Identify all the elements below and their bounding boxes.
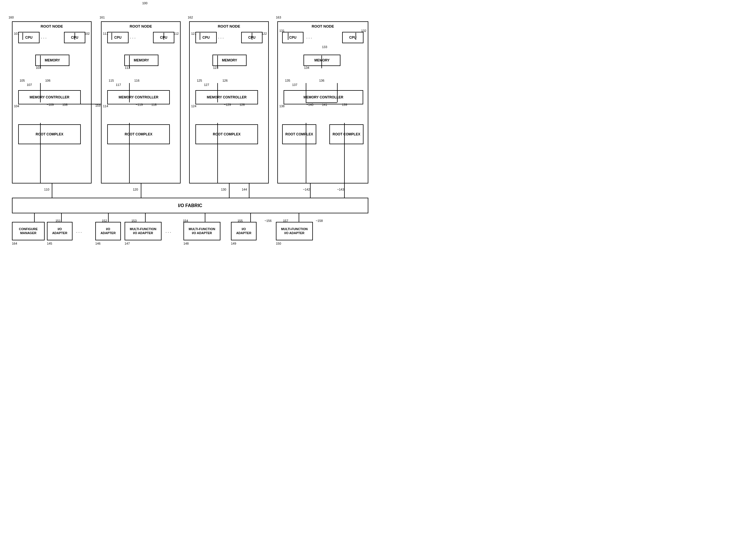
io-adapter-146: I/OADAPTER bbox=[95, 222, 121, 240]
n1-rc-bottom bbox=[40, 123, 41, 183]
mem-ctrl-114: MEMORY CONTROLLER bbox=[107, 90, 170, 104]
ref-101: 101 bbox=[14, 32, 19, 35]
ref-140: ~140 bbox=[306, 103, 313, 106]
mem-ctrl-104: MEMORY CONTROLLER bbox=[18, 90, 81, 104]
ref-137: 137 bbox=[292, 83, 297, 86]
architecture-diagram: 100 160 ROOT NODE CPU 101 · · · CPU 102 … bbox=[0, 0, 378, 275]
cpu-101: CPU bbox=[18, 32, 40, 43]
n4-ctrl-rc-left bbox=[306, 83, 306, 102]
ref-102: 102 bbox=[84, 32, 90, 35]
ref-124: 124 bbox=[191, 104, 196, 108]
root-node-2-title: ROOT NODE bbox=[102, 24, 180, 28]
ref-115: 115 bbox=[109, 79, 114, 82]
ref-104: 104 bbox=[14, 104, 19, 108]
conn-154 bbox=[205, 213, 205, 222]
ref-121: 121 bbox=[191, 32, 196, 35]
dots-adapters2: · · · bbox=[166, 230, 171, 234]
conn-v4a bbox=[310, 183, 311, 198]
mem-ctrl-124: MEMORY CONTROLLER bbox=[195, 90, 258, 104]
ref-122: 122 bbox=[262, 32, 267, 35]
ref-145: 145 bbox=[47, 242, 52, 245]
ref-132: 132 bbox=[361, 29, 366, 32]
n4-ctrl-rc-right bbox=[337, 83, 338, 102]
root-complex-2: ROOT COMPLEX bbox=[107, 124, 170, 144]
ref-106: 106 bbox=[45, 79, 50, 82]
io-adapter-145: I/OADAPTER bbox=[47, 222, 73, 240]
ref-161: 161 bbox=[100, 16, 105, 19]
n2-rc-bottom bbox=[129, 123, 130, 183]
root-node-2: ROOT NODE CPU 111 · · · CPU 112 MEMORY 1… bbox=[101, 21, 181, 183]
cpu-132: CPU bbox=[342, 32, 363, 43]
multi-io-147: MULTI-FUNCTIONI/O ADAPTER bbox=[125, 222, 162, 240]
ref-111: 111 bbox=[103, 32, 108, 35]
ref-125: 125 bbox=[197, 79, 202, 82]
root-complex-3: ROOT COMPLEX bbox=[195, 124, 258, 144]
n1-cpu2-mem bbox=[75, 33, 75, 40]
ref-133: 133 bbox=[322, 45, 327, 49]
conn-v1 bbox=[52, 183, 52, 198]
ref-116: 116 bbox=[134, 79, 139, 82]
conn-152 bbox=[108, 213, 109, 222]
conn-159 bbox=[75, 104, 101, 104]
root-node-3: ROOT NODE CPU 121 · · · CPU 122 MEMORY 1… bbox=[189, 21, 269, 183]
n4-rc-left-bottom bbox=[306, 123, 306, 183]
ref-149: 149 bbox=[231, 242, 236, 245]
root-node-3-title: ROOT NODE bbox=[190, 24, 268, 28]
ref-162: 162 bbox=[188, 16, 193, 19]
io-fabric: I/O FABRIC bbox=[12, 198, 368, 213]
cpu-131: CPU bbox=[282, 32, 303, 43]
conn-v3a bbox=[229, 183, 230, 198]
dots-3: · · · bbox=[218, 36, 224, 40]
n3-ctrl-rc bbox=[217, 83, 218, 102]
ref-138: 138 bbox=[279, 104, 284, 108]
ref-110: 110 bbox=[44, 188, 49, 191]
ref-148: 148 bbox=[183, 242, 189, 245]
n2-mem-ctrl bbox=[129, 55, 130, 68]
n4-cpu2-mem bbox=[356, 33, 356, 40]
configure-manager: CONFIGUREMANAGER bbox=[12, 222, 45, 240]
ref-120: 120 bbox=[133, 188, 138, 191]
cpu-111: CPU bbox=[107, 32, 129, 43]
ref-131: 131 bbox=[279, 29, 284, 32]
root-node-1-title: ROOT NODE bbox=[13, 24, 91, 28]
ref-129: ~129 bbox=[224, 103, 231, 106]
dots-2: · · · bbox=[130, 36, 135, 40]
ref-127: 127 bbox=[204, 83, 209, 86]
n3-rc-bottom bbox=[217, 123, 218, 183]
multi-io-150: MULTI-FUNCTIONI/O ADAPTER bbox=[276, 222, 313, 240]
ref-164: 164 bbox=[12, 242, 17, 245]
ref-147: 147 bbox=[125, 242, 130, 245]
conn-153 bbox=[145, 213, 146, 222]
n2-cpu2-mem bbox=[164, 33, 164, 40]
ref-117: 117 bbox=[116, 83, 121, 86]
n3-cpu1-mem bbox=[200, 33, 200, 40]
root-complex-4a: ROOT COMPLEX bbox=[282, 124, 316, 144]
root-node-1: ROOT NODE CPU 101 · · · CPU 102 MEMORY 1… bbox=[12, 21, 92, 183]
ref-144: 144 bbox=[242, 188, 247, 191]
conn-v2 bbox=[141, 183, 141, 198]
ref-118: 118 bbox=[151, 103, 156, 106]
ref-105: 105 bbox=[20, 79, 25, 82]
n2-cpu1-mem bbox=[111, 33, 112, 40]
dots-adapters1: · · · bbox=[76, 230, 82, 234]
ref-128: 128 bbox=[239, 103, 245, 106]
io-adapter-149: I/OADAPTER bbox=[231, 222, 257, 240]
ref-139: 139 bbox=[342, 103, 347, 106]
ref-108: 108 bbox=[62, 103, 67, 106]
ref-119: ~119 bbox=[136, 103, 143, 106]
n2-ctrl-rc bbox=[129, 83, 130, 102]
ref-141: 141 bbox=[322, 103, 327, 106]
ref-134: 134 bbox=[304, 66, 309, 69]
multi-io-148: MULTI-FUNCTIONI/O ADAPTER bbox=[183, 222, 220, 240]
root-complex-1: ROOT COMPLEX bbox=[18, 124, 81, 144]
conn-cfg bbox=[34, 213, 35, 222]
n1-mem-ctrl bbox=[40, 55, 41, 68]
ref-150: 150 bbox=[276, 242, 281, 245]
conn-157 bbox=[299, 213, 299, 222]
conn-v3b bbox=[249, 183, 249, 198]
ref-114: 114 bbox=[103, 104, 108, 108]
ref-156: ~156 bbox=[265, 219, 272, 222]
cpu-121: CPU bbox=[195, 32, 217, 43]
ref-100: 100 bbox=[142, 1, 147, 5]
ref-126: 126 bbox=[222, 79, 228, 82]
